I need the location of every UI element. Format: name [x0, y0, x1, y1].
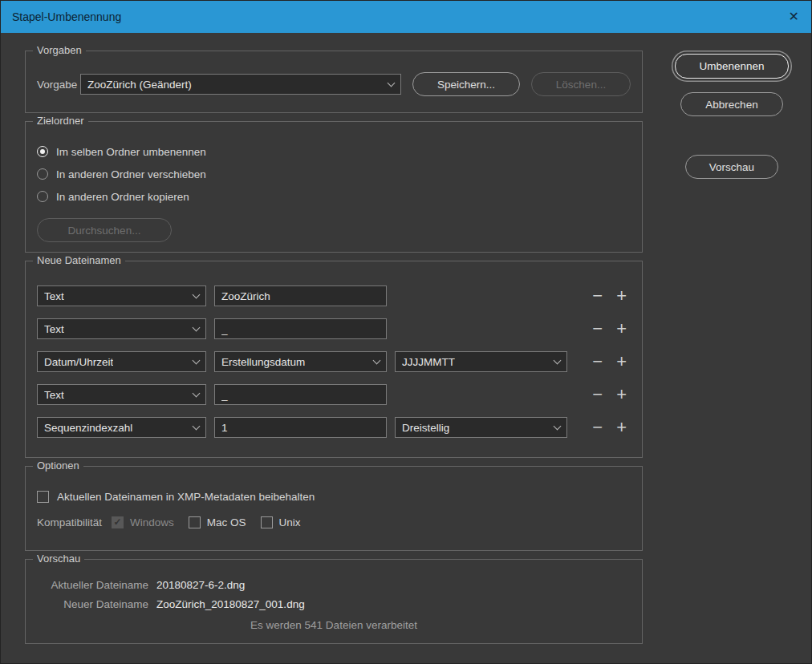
filename-row-4: Text − +: [37, 384, 631, 405]
preserve-filename-checkbox[interactable]: Aktuellen Dateinamen in XMP-Metadaten be…: [37, 489, 631, 504]
preview-legend: Vorschau: [33, 553, 84, 565]
radio-selected-icon: [37, 146, 48, 157]
radio-label: In anderen Ordner kopieren: [56, 191, 189, 203]
presets-legend: Vorgaben: [33, 44, 86, 56]
destination-legend: Zielordner: [33, 115, 88, 127]
chevron-down-icon: [193, 390, 201, 398]
radio-label: Im selben Ordner umbenennen: [56, 146, 206, 158]
radio-unselected-icon: [37, 168, 48, 180]
checkbox-label: Unix: [279, 516, 301, 528]
destination-group: Zielordner Im selben Ordner umbenennen I…: [25, 121, 643, 253]
radio-move-other-folder[interactable]: In anderen Ordner verschieben: [37, 165, 631, 183]
element-type-dropdown[interactable]: Text: [37, 285, 206, 306]
checkbox-label: Mac OS: [207, 516, 246, 528]
titlebar: Stapel-Umbenennung ✕: [1, 1, 811, 33]
element-type-value: Sequenzindexzahl: [44, 422, 132, 434]
element-type-value: Text: [44, 389, 64, 401]
add-row-button[interactable]: +: [616, 352, 627, 371]
preset-label: Vorgabe: [37, 79, 80, 91]
options-legend: Optionen: [33, 460, 83, 472]
text-value-input[interactable]: [214, 318, 387, 339]
windows-checkbox: ✓ Windows: [112, 516, 174, 528]
checkbox-checked-icon: ✓: [112, 516, 124, 528]
filename-row-5: Sequenzindexzahl Dreistellig − +: [37, 417, 631, 438]
options-group: Optionen Aktuellen Dateinamen in XMP-Met…: [25, 466, 643, 551]
filename-row-1: Text − +: [37, 285, 631, 306]
element-type-value: Datum/Uhrzeit: [44, 356, 113, 368]
chevron-down-icon: [388, 79, 396, 87]
chevron-down-icon: [193, 423, 201, 431]
current-filename-label: Aktueller Dateiname: [37, 579, 148, 591]
chevron-down-icon: [554, 357, 562, 365]
file-count-text: Es werden 541 Dateien verarbeitet: [37, 619, 631, 631]
radio-copy-other-folder[interactable]: In anderen Ordner kopieren: [37, 188, 631, 205]
browse-button: Durchsuchen...: [37, 218, 172, 242]
remove-row-button[interactable]: −: [592, 418, 603, 437]
current-filename-row: Aktueller Dateiname 20180827-6-2.dng: [37, 579, 631, 595]
checkbox-unchecked-icon: [37, 491, 49, 503]
chevron-down-icon: [373, 357, 381, 365]
text-value-input[interactable]: [214, 285, 387, 306]
digits-value: Dreistellig: [402, 422, 449, 434]
element-type-dropdown[interactable]: Sequenzindexzahl: [37, 417, 206, 438]
action-buttons: Umbenennen Abbrechen Vorschau: [674, 54, 790, 179]
chevron-down-icon: [193, 324, 201, 332]
checkbox-unchecked-icon: [261, 516, 273, 528]
remove-row-button[interactable]: −: [592, 319, 603, 338]
remove-row-button[interactable]: −: [592, 286, 603, 306]
add-row-button[interactable]: +: [616, 418, 627, 437]
macos-checkbox[interactable]: Mac OS: [189, 516, 246, 528]
element-type-dropdown[interactable]: Text: [37, 384, 206, 405]
preset-dropdown-value: ZooZürich (Geändert): [87, 79, 192, 91]
checkbox-label: Aktuellen Dateinamen in XMP-Metadaten be…: [57, 491, 315, 503]
add-row-button[interactable]: +: [616, 385, 627, 404]
element-type-dropdown[interactable]: Datum/Uhrzeit: [37, 351, 206, 372]
rename-button[interactable]: Umbenennen: [675, 54, 789, 79]
remove-row-button[interactable]: −: [592, 385, 603, 404]
save-button[interactable]: Speichern...: [412, 72, 520, 96]
preset-row: Vorgabe ZooZürich (Geändert) Speichern..…: [37, 72, 631, 96]
chevron-down-icon: [193, 357, 201, 365]
compatibility-label: Kompatibilität: [37, 516, 102, 528]
presets-group: Vorgaben Vorgabe ZooZürich (Geändert) Sp…: [25, 51, 643, 113]
preview-group: Vorschau Aktueller Dateiname 20180827-6-…: [25, 559, 643, 644]
digits-dropdown[interactable]: Dreistellig: [395, 417, 567, 438]
compatibility-row: Kompatibilität ✓ Windows Mac OS Unix: [37, 515, 631, 529]
new-filenames-legend: Neue Dateinamen: [33, 254, 125, 266]
cancel-button[interactable]: Abbrechen: [680, 92, 783, 116]
chevron-down-icon: [193, 291, 201, 299]
window-title: Stapel-Umbenennung: [12, 10, 121, 23]
new-filename-value: ZooZürich_20180827_001.dng: [156, 598, 305, 610]
text-value-input[interactable]: [214, 384, 387, 405]
add-row-button[interactable]: +: [616, 319, 627, 338]
element-type-dropdown[interactable]: Text: [37, 318, 206, 339]
unix-checkbox[interactable]: Unix: [261, 516, 301, 528]
checkbox-unchecked-icon: [189, 516, 201, 528]
date-source-value: Erstellungsdatum: [221, 356, 305, 368]
delete-button: Löschen...: [531, 72, 631, 96]
preview-button[interactable]: Vorschau: [685, 155, 778, 179]
radio-unselected-icon: [37, 191, 48, 202]
remove-row-button[interactable]: −: [592, 352, 603, 371]
element-type-value: Text: [44, 290, 64, 302]
add-row-button[interactable]: +: [616, 286, 627, 306]
checkbox-label: Windows: [130, 516, 174, 528]
new-filename-row: Neuer Dateiname ZooZürich_20180827_001.d…: [37, 598, 631, 614]
close-icon[interactable]: ✕: [789, 10, 799, 23]
date-source-dropdown[interactable]: Erstellungsdatum: [214, 351, 387, 372]
new-filename-label: Neuer Dateiname: [37, 598, 148, 610]
filename-row-2: Text − +: [37, 318, 631, 339]
chevron-down-icon: [554, 423, 562, 431]
element-type-value: Text: [44, 323, 64, 335]
preset-dropdown[interactable]: ZooZürich (Geändert): [80, 74, 401, 95]
radio-rename-same-folder[interactable]: Im selben Ordner umbenennen: [37, 143, 631, 160]
current-filename-value: 20180827-6-2.dng: [156, 579, 245, 591]
filename-row-3: Datum/Uhrzeit Erstellungsdatum JJJJMMTT …: [37, 351, 631, 372]
new-filenames-group: Neue Dateinamen Text − + Text − + Datum/…: [25, 261, 643, 458]
date-format-dropdown[interactable]: JJJJMMTT: [395, 351, 567, 372]
radio-label: In anderen Ordner verschieben: [56, 168, 206, 180]
sequence-start-input[interactable]: [214, 417, 387, 438]
date-format-value: JJJJMMTT: [402, 356, 455, 368]
